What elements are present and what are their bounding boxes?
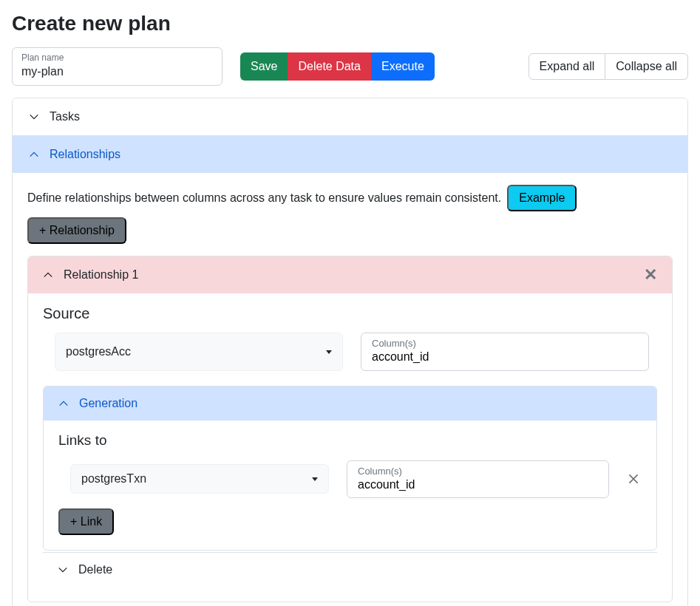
expand-collapse-group: Expand all Collapse all <box>529 53 688 80</box>
relationships-header[interactable]: Relationships <box>13 136 687 173</box>
remove-link-icon[interactable] <box>627 472 640 486</box>
source-columns-input[interactable] <box>372 349 638 365</box>
chevron-up-icon <box>29 149 39 160</box>
relationships-body: Define relationships between columns acr… <box>13 173 687 606</box>
link-task-select[interactable]: postgresTxn <box>70 464 329 494</box>
link-task-value: postgresTxn <box>81 472 146 486</box>
relationships-description: Define relationships between columns acr… <box>27 191 501 205</box>
execute-button[interactable]: Execute <box>371 52 435 81</box>
relationships-section: Relationships Define relationships betwe… <box>13 135 687 606</box>
relationships-label: Relationships <box>50 148 120 161</box>
plan-name-label: Plan name <box>21 52 213 63</box>
close-icon[interactable]: ✕ <box>644 265 657 284</box>
tasks-section: Tasks <box>13 98 687 135</box>
tasks-header[interactable]: Tasks <box>13 98 687 135</box>
source-label: Source <box>43 305 657 322</box>
link-columns-field[interactable]: Column(s) <box>347 460 609 498</box>
relationship-title: Relationship 1 <box>64 268 138 282</box>
generation-body: Links to postgresTxn Column(s) <box>44 421 656 550</box>
relationship-card: Relationship 1 ✕ Source postgresAcc Colu… <box>27 256 673 602</box>
add-link-button[interactable]: + Link <box>58 508 114 535</box>
main-accordion: Tasks Relationships Define relationships… <box>12 98 688 606</box>
plan-name-input[interactable] <box>21 63 213 81</box>
link-columns-label: Column(s) <box>358 466 598 477</box>
save-button[interactable]: Save <box>240 52 288 81</box>
relationship-body: Source postgresAcc Column(s) <box>28 293 672 602</box>
add-relationship-button[interactable]: + Relationship <box>27 217 126 244</box>
tasks-label: Tasks <box>50 110 80 123</box>
collapse-all-button[interactable]: Collapse all <box>605 53 688 80</box>
relationship-header[interactable]: Relationship 1 ✕ <box>28 256 672 293</box>
top-controls: Plan name Save Delete Data Execute Expan… <box>12 47 688 86</box>
generation-label: Generation <box>79 397 137 410</box>
caret-down-icon <box>312 477 318 481</box>
example-button[interactable]: Example <box>507 185 577 211</box>
delete-label: Delete <box>78 563 112 576</box>
chevron-up-icon <box>43 270 53 280</box>
page-title: Create new plan <box>12 12 688 35</box>
caret-down-icon <box>326 350 332 354</box>
source-columns-field[interactable]: Column(s) <box>361 333 649 370</box>
plan-name-field[interactable]: Plan name <box>12 47 222 86</box>
links-to-label: Links to <box>58 432 642 449</box>
chevron-up-icon <box>58 398 69 409</box>
source-task-select[interactable]: postgresAcc <box>55 333 343 370</box>
delete-data-button[interactable]: Delete Data <box>288 52 371 81</box>
delete-section-header[interactable]: Delete <box>43 552 657 587</box>
source-columns-label: Column(s) <box>372 338 638 349</box>
expand-all-button[interactable]: Expand all <box>529 53 606 80</box>
chevron-down-icon <box>58 565 68 575</box>
chevron-down-icon <box>29 112 39 122</box>
action-button-group: Save Delete Data Execute <box>240 52 435 81</box>
source-task-value: postgresAcc <box>66 345 131 358</box>
link-columns-input[interactable] <box>358 477 598 493</box>
generation-card: Generation Links to postgresTxn Column( <box>43 386 657 551</box>
generation-header[interactable]: Generation <box>44 387 656 421</box>
